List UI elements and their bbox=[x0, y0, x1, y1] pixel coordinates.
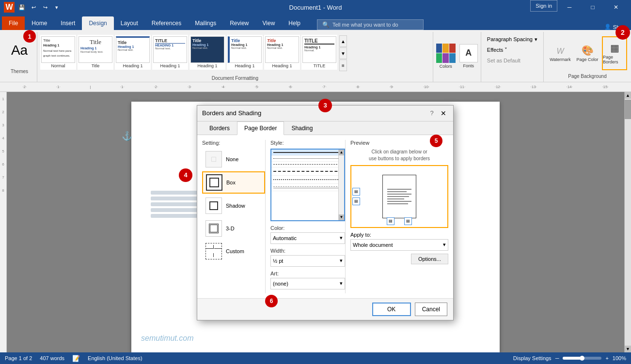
title-bar-right: Sign in ─ □ ✕ bbox=[530, 0, 627, 15]
close-button[interactable]: ✕ bbox=[605, 0, 627, 15]
display-settings[interactable]: Display Settings bbox=[513, 355, 552, 361]
paragraph-spacing-button[interactable]: Paragraph Spacing ▾ bbox=[485, 34, 539, 45]
page-color-label: Page Color bbox=[576, 57, 598, 62]
width-select[interactable]: ½ pt ▾ bbox=[270, 255, 345, 267]
tab-insert[interactable]: Insert bbox=[54, 16, 82, 30]
zoom-level: 100% bbox=[613, 355, 626, 361]
setting-3d[interactable]: 3-D bbox=[202, 218, 265, 239]
effects-button[interactable]: Effects ˅ bbox=[485, 45, 539, 55]
signin-button[interactable]: Sign in bbox=[530, 0, 557, 12]
quick-access-dropdown[interactable]: ▾ bbox=[52, 3, 61, 12]
style-section-label: Style: bbox=[270, 140, 345, 146]
style-row-solid[interactable] bbox=[271, 150, 344, 156]
art-select[interactable]: (none) ▾ bbox=[270, 278, 345, 289]
style-scroll-down[interactable]: ▼ bbox=[339, 214, 344, 220]
setting-custom-icon bbox=[205, 243, 222, 259]
page-color-button[interactable]: 🎨 Page Color bbox=[575, 36, 600, 70]
color-label: Color: bbox=[270, 225, 345, 231]
style-h1d[interactable]: Title Heading 1 Normal text. Heading 1 bbox=[227, 35, 263, 70]
set-as-default-button[interactable]: Set as Default bbox=[485, 55, 539, 66]
maximize-button[interactable]: □ bbox=[582, 0, 604, 15]
dialog-tab-page-border[interactable]: Page Border bbox=[237, 121, 284, 135]
dialog-help-button[interactable]: ? bbox=[427, 108, 437, 118]
style-h1c[interactable]: Title Heading 1 Normal text. Heading 1 bbox=[189, 35, 225, 70]
badge-4: 4 bbox=[179, 168, 192, 182]
apply-to-select[interactable]: Whole document ▾ bbox=[350, 239, 448, 251]
style-gallery: TitleHeading 1Normal text here para grap… bbox=[40, 35, 337, 72]
gallery-up[interactable]: ▲ bbox=[339, 35, 347, 47]
style-row-mixed[interactable] bbox=[271, 184, 344, 191]
style-scroll-up[interactable]: ▲ bbox=[339, 150, 344, 155]
style-normal[interactable]: TitleHeading 1Normal text here para grap… bbox=[40, 35, 76, 70]
edge-bottom-left-button[interactable]: ▤ bbox=[352, 197, 360, 205]
tab-design[interactable]: Design bbox=[82, 16, 113, 30]
style-scrollbar[interactable]: ▲ ▼ bbox=[338, 150, 344, 220]
width-row: Width: ½ pt ▾ bbox=[270, 248, 345, 267]
search-area: 🔍 Tell me what you want to do bbox=[307, 19, 604, 30]
search-placeholder[interactable]: Tell me what you want to do bbox=[332, 22, 398, 28]
zoom-in-button[interactable]: + bbox=[605, 355, 608, 361]
badge-6: 6 bbox=[265, 295, 278, 307]
tab-view[interactable]: View bbox=[256, 16, 282, 30]
style-row-dashed1[interactable] bbox=[271, 167, 344, 176]
preview-area: ▤ ▤ bbox=[350, 165, 448, 228]
edge-bottom-button-right[interactable]: ▤ bbox=[404, 217, 412, 225]
save-icon[interactable]: 💾 bbox=[17, 3, 26, 12]
status-right: Display Settings ─ + 100% bbox=[513, 355, 626, 361]
page-borders-button[interactable]: ▦ Page Borders bbox=[602, 36, 627, 70]
cancel-button[interactable]: Cancel bbox=[415, 303, 447, 316]
dialog-tab-borders[interactable]: Borders bbox=[202, 121, 237, 135]
gallery-down[interactable]: ▼ bbox=[339, 47, 347, 59]
status-bar: Page 1 of 2 407 words 📝 English (United … bbox=[0, 352, 631, 364]
edge-top-left-button[interactable]: ▤ bbox=[352, 188, 360, 196]
dialog-overlay: 3 Borders and Shading ? ✕ Borders Page B… bbox=[0, 92, 631, 352]
style-h1a[interactable]: Title Heading 1 Normal text. Heading 1 bbox=[115, 35, 151, 70]
color-select[interactable]: Automatic ▾ bbox=[270, 232, 345, 244]
style-row-dotted1[interactable] bbox=[271, 156, 344, 162]
fonts-button[interactable]: A Fonts bbox=[459, 44, 478, 68]
dialog-tab-shading[interactable]: Shading bbox=[284, 121, 320, 135]
redo-icon[interactable]: ↪ bbox=[41, 3, 49, 12]
setting-shadow[interactable]: Shadow bbox=[202, 195, 265, 216]
themes-label: Themes bbox=[11, 68, 28, 75]
style-h1b[interactable]: TITLE HEADING 1 Normal text. Heading 1 bbox=[152, 35, 188, 70]
left-edge-buttons: ▤ ▤ bbox=[352, 188, 360, 205]
search-icon: 🔍 bbox=[322, 21, 330, 28]
style-title2[interactable]: TITLE Heading 1 Normal. TITLE bbox=[301, 35, 337, 70]
watermark-button[interactable]: W Watermark bbox=[548, 36, 573, 70]
style-title[interactable]: Title Heading 1 Normal body text. Title bbox=[78, 35, 113, 70]
style-h1e[interactable]: Title Heading 1 Normal text. Heading 1 bbox=[264, 35, 300, 70]
minimize-button[interactable]: ─ bbox=[558, 0, 581, 15]
tab-layout[interactable]: Layout bbox=[114, 16, 145, 30]
dialog-close-button[interactable]: ✕ bbox=[439, 108, 448, 118]
ok-button[interactable]: OK bbox=[372, 303, 411, 316]
page-borders-label: Page Borders bbox=[603, 55, 626, 64]
tab-mailings[interactable]: Mailings bbox=[188, 16, 223, 30]
options-button[interactable]: Options... bbox=[411, 254, 448, 264]
edge-bottom-button-left[interactable]: ▤ bbox=[387, 217, 394, 225]
zoom-slider[interactable] bbox=[563, 357, 601, 360]
gallery-more[interactable]: ≡ bbox=[339, 60, 347, 71]
tab-home[interactable]: Home bbox=[25, 16, 54, 30]
setting-box-icon bbox=[206, 174, 222, 191]
tab-review[interactable]: Review bbox=[223, 16, 255, 30]
ribbon-tabs: File Home Insert Design Layout Reference… bbox=[0, 15, 631, 30]
tab-references[interactable]: References bbox=[145, 16, 188, 30]
ribbon-group-styles: TitleHeading 1Normal text here para grap… bbox=[37, 32, 433, 82]
title-bar-left: W 💾 ↩ ↪ ▾ bbox=[4, 2, 61, 13]
dialog-setting-panel: Setting: 4 □ None Box bbox=[202, 140, 265, 293]
zoom-out-button[interactable]: ─ bbox=[555, 355, 559, 361]
style-row-dashed2[interactable] bbox=[271, 176, 344, 184]
setting-box[interactable]: Box bbox=[202, 171, 265, 194]
setting-none[interactable]: □ None bbox=[202, 149, 265, 170]
tab-file[interactable]: File bbox=[2, 16, 25, 30]
undo-icon[interactable]: ↩ bbox=[29, 3, 38, 12]
colors-button[interactable]: Colors bbox=[436, 44, 456, 69]
ribbon-content: 2 1 Aa Themes TitleHeading 1Normal text … bbox=[0, 30, 631, 82]
setting-custom[interactable]: Custom bbox=[202, 241, 265, 262]
paragraph-spacing-arrow: ▾ bbox=[535, 36, 537, 43]
tab-help[interactable]: Help bbox=[282, 16, 307, 30]
preview-content-lines bbox=[387, 189, 411, 204]
style-list-container[interactable]: ▲ ▼ bbox=[270, 149, 345, 221]
style-row-dotted2[interactable] bbox=[271, 162, 344, 167]
